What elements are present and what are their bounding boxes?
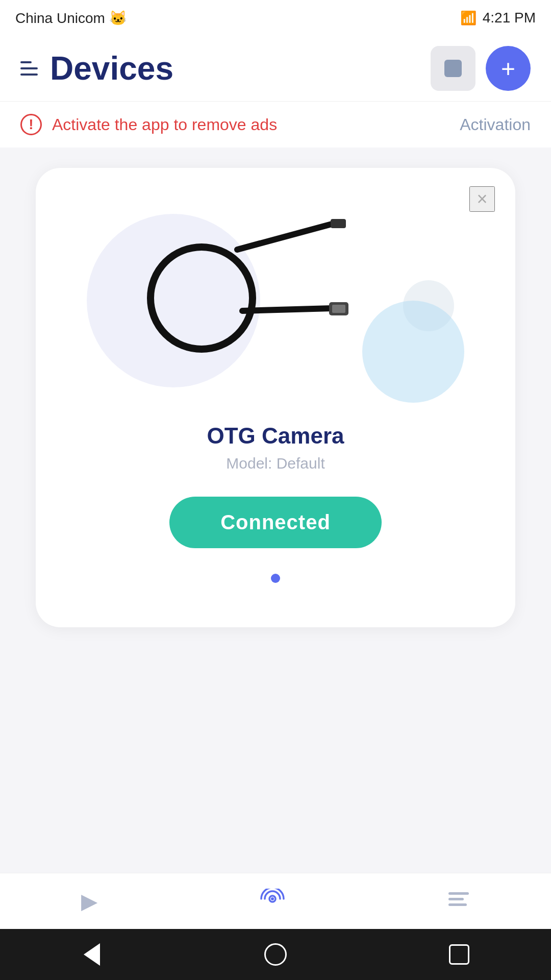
- back-icon: [84, 943, 100, 966]
- device-model: Model: Default: [226, 455, 324, 472]
- svg-rect-5: [332, 305, 345, 313]
- svg-line-1: [237, 224, 332, 250]
- nav-item-signal[interactable]: [244, 884, 300, 919]
- svg-rect-10: [448, 903, 467, 906]
- dot-0: [271, 574, 280, 583]
- recents-icon: [449, 944, 469, 965]
- svg-point-7: [271, 897, 274, 900]
- svg-rect-8: [448, 892, 469, 895]
- nav-item-play[interactable]: ▶: [66, 884, 113, 919]
- menu-button[interactable]: [20, 61, 38, 76]
- nav-item-menu[interactable]: [432, 884, 485, 919]
- ad-banner: ! Activate the app to remove ads Activat…: [0, 101, 551, 148]
- status-icons: 📶 4:21 PM: [460, 10, 536, 26]
- recents-button[interactable]: [439, 934, 480, 975]
- page-title: Devices: [50, 50, 173, 87]
- device-name: OTG Camera: [207, 423, 344, 449]
- status-bar: China Unicom 🐱 📶 4:21 PM: [0, 0, 551, 36]
- header-left: Devices: [20, 50, 173, 87]
- home-button[interactable]: [255, 934, 296, 975]
- cable-illustration: [117, 209, 352, 372]
- list-icon: [447, 889, 470, 914]
- view-toggle-button[interactable]: [431, 46, 475, 91]
- svg-line-3: [242, 308, 332, 311]
- header: Devices +: [0, 36, 551, 101]
- add-device-button[interactable]: +: [486, 46, 531, 91]
- grid-icon: [444, 60, 462, 77]
- system-nav-bar: [0, 929, 551, 980]
- ad-message: Activate the app to remove ads: [52, 115, 277, 134]
- connected-button[interactable]: Connected: [169, 497, 382, 548]
- header-actions: +: [431, 46, 531, 91]
- card-area: × OTG Camera Mod: [0, 148, 551, 643]
- svg-point-0: [151, 247, 253, 349]
- warning-icon: !: [20, 114, 42, 135]
- ad-banner-left: ! Activate the app to remove ads: [20, 114, 277, 135]
- carrier-label: China Unicom 🐱: [15, 10, 127, 27]
- back-button[interactable]: [71, 934, 112, 975]
- device-card: × OTG Camera Mod: [36, 168, 515, 627]
- play-icon: ▶: [81, 889, 97, 914]
- decoration-circle-blue: [362, 301, 464, 403]
- dot-indicator: [271, 574, 280, 583]
- device-illustration: [56, 188, 495, 413]
- svg-rect-2: [331, 219, 346, 228]
- activation-link[interactable]: Activation: [460, 115, 531, 134]
- svg-rect-9: [448, 898, 464, 900]
- home-icon: [264, 943, 287, 966]
- signal-icon: [260, 889, 285, 914]
- bottom-nav: ▶: [0, 873, 551, 929]
